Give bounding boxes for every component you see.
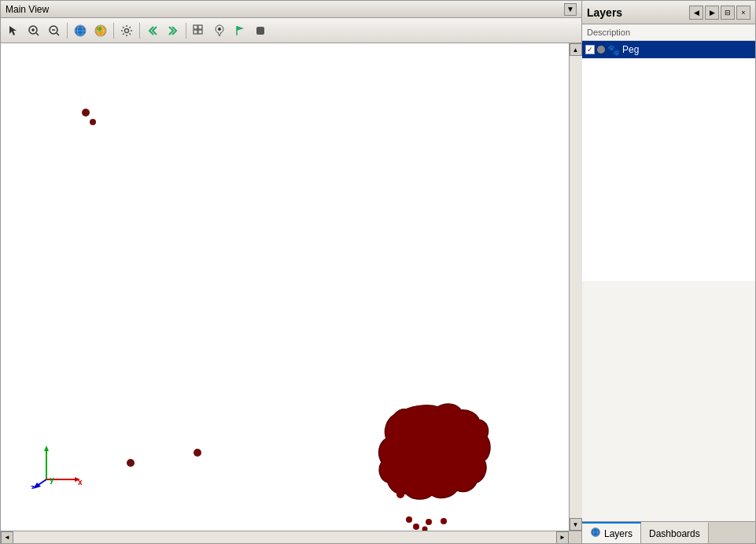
svg-point-23 — [218, 28, 221, 31]
svg-point-27 — [82, 109, 90, 117]
sep4 — [186, 23, 186, 39]
settings-btn[interactable] — [117, 21, 136, 40]
scroll-down-btn[interactable]: ▼ — [570, 518, 582, 531]
layers-forward-btn[interactable]: ▶ — [705, 6, 719, 20]
globe2-btn[interactable] — [91, 21, 110, 40]
map-title-bar: Main View ▼ — [1, 1, 581, 18]
map-close-btn[interactable]: ▼ — [564, 3, 577, 16]
svg-text:y: y — [50, 476, 54, 484]
layers-list: ✓ 🐾 Peg — [582, 41, 755, 281]
map-bottom: ◄ ► — [1, 531, 581, 543]
tab-layers-label: Layers — [604, 528, 632, 539]
svg-rect-18 — [194, 25, 197, 29]
globe1-btn[interactable] — [71, 21, 90, 40]
svg-rect-21 — [198, 30, 202, 34]
select-tool-btn[interactable] — [4, 21, 23, 40]
tab-layers-icon — [590, 527, 601, 540]
map-svg — [1, 43, 569, 531]
right-scrollbar: ▲ ▼ — [569, 43, 581, 531]
tab-dashboards[interactable]: Dashboards — [641, 522, 709, 543]
svg-point-36 — [426, 519, 432, 525]
svg-point-34 — [413, 524, 419, 530]
main-content: Main View ▼ — [1, 1, 755, 543]
h-scrollbar: ◄ ► — [1, 531, 569, 543]
svg-point-33 — [406, 516, 412, 523]
axes-container: y x z — [31, 442, 86, 491]
layers-close-btn[interactable]: × — [736, 6, 750, 20]
svg-point-37 — [441, 518, 447, 524]
toolbar — [1, 18, 581, 43]
tab-layers[interactable]: Layers — [582, 522, 641, 543]
app-container: Main View ▼ — [0, 0, 756, 544]
layers-back-btn[interactable]: ◀ — [689, 6, 703, 20]
map-title: Main View — [6, 4, 49, 15]
scroll-left-btn[interactable]: ◄ — [1, 531, 13, 544]
scroll-up-btn[interactable]: ▲ — [570, 43, 582, 56]
layers-title: Layers — [587, 6, 688, 19]
tab-dashboards-label: Dashboards — [649, 528, 700, 539]
svg-rect-20 — [194, 30, 197, 34]
layer-item-peg[interactable]: ✓ 🐾 Peg — [582, 41, 755, 58]
zoom-out-btn[interactable] — [45, 21, 64, 40]
layer-type-icon: 🐾 — [607, 44, 620, 56]
scroll-track-right[interactable] — [570, 56, 582, 518]
zoom-in-btn[interactable] — [24, 21, 43, 40]
svg-text:x: x — [78, 478, 83, 487]
svg-marker-25 — [237, 26, 244, 31]
svg-text:z: z — [31, 483, 35, 489]
flag-btn[interactable] — [230, 21, 249, 40]
layers-header: Layers ◀ ▶ ⊟ × — [582, 1, 755, 24]
svg-point-28 — [90, 119, 96, 125]
layers-description: Description — [582, 24, 755, 41]
sep3 — [139, 23, 140, 39]
grid-btn[interactable] — [190, 21, 208, 40]
layer-visibility-checkbox[interactable]: ✓ — [585, 45, 595, 54]
axes-svg: y x z — [31, 442, 86, 489]
svg-point-35 — [422, 527, 428, 531]
svg-line-4 — [36, 33, 39, 35]
layers-tabs: Layers Dashboards — [582, 521, 755, 543]
sep1 — [67, 23, 68, 39]
svg-marker-39 — [44, 446, 49, 451]
layers-panel: Layers ◀ ▶ ⊟ × Description ✓ 🐾 Peg — [582, 1, 755, 543]
pick-btn[interactable] — [210, 21, 229, 40]
layer-dot — [597, 46, 605, 54]
extra-btn[interactable] — [251, 21, 270, 40]
layers-spacer — [582, 281, 755, 521]
svg-point-32 — [396, 490, 404, 498]
back-btn[interactable] — [143, 21, 162, 40]
map-area: y x z ▲ ▼ — [1, 43, 581, 531]
sep2 — [113, 23, 114, 39]
scroll-right-btn[interactable]: ► — [556, 531, 569, 544]
map-canvas[interactable]: y x z — [1, 43, 569, 531]
layers-pin-btn[interactable]: ⊟ — [721, 6, 735, 20]
map-panel: Main View ▼ — [1, 1, 582, 543]
svg-rect-26 — [256, 27, 264, 35]
scroll-corner — [569, 531, 581, 543]
svg-point-29 — [127, 459, 135, 467]
svg-rect-19 — [198, 25, 202, 29]
forward-btn[interactable] — [164, 21, 183, 40]
svg-marker-0 — [9, 26, 17, 35]
svg-line-7 — [57, 33, 59, 35]
layer-name: Peg — [622, 44, 639, 55]
svg-point-30 — [194, 449, 201, 457]
svg-point-17 — [125, 28, 129, 32]
scroll-track-h[interactable] — [13, 531, 556, 544]
